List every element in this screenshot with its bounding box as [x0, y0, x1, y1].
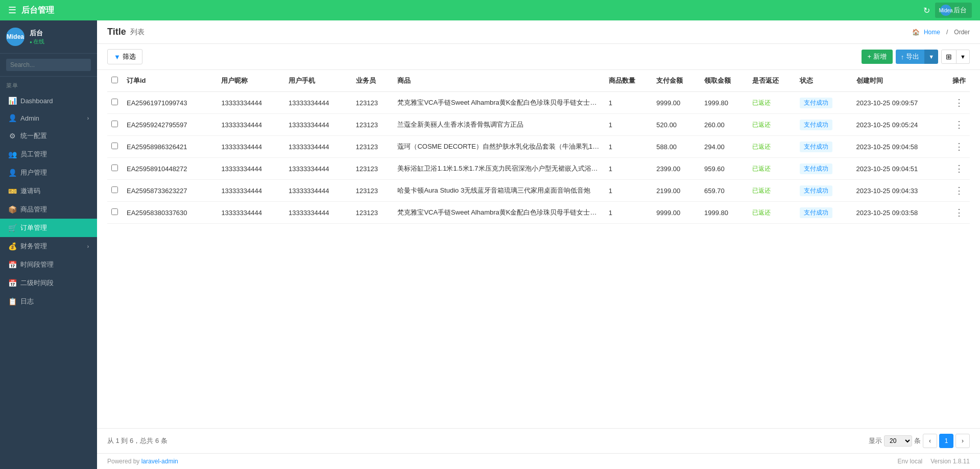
top-bar-left: ☰ 后台管理 — [8, 5, 54, 16]
cell-received: 294.00 — [700, 136, 748, 158]
sidebar-item-label: 时间段管理 — [20, 260, 54, 269]
header-payment: 支付金额 — [652, 70, 700, 92]
content-area: Title 列表 🏠 Home / Order ▼ 筛选 + 新增 — [97, 20, 980, 469]
cell-actions: ⋮ — [948, 180, 970, 202]
next-page-button[interactable]: › — [955, 434, 970, 448]
row-checkbox[interactable] — [111, 99, 118, 105]
user-label: 后台 — [953, 6, 967, 15]
sidebar-item-logs[interactable]: 📋 日志 — [0, 292, 97, 311]
table-row: EA25961971099743 13333334444 13333334444… — [107, 92, 970, 114]
sidebar-item-finance-mgmt[interactable]: 💰 财务管理 › — [0, 237, 97, 255]
cell-order-id: EA25958380337630 — [123, 202, 217, 224]
page-size-select[interactable]: 10 20 50 100 — [884, 435, 912, 447]
cell-created: 2023-10-25 09:05:24 — [852, 114, 948, 136]
row-checkbox[interactable] — [111, 121, 118, 127]
header-qty: 商品数量 — [605, 70, 653, 92]
sidebar-item-product-mgmt[interactable]: 📦 商品管理 — [0, 200, 97, 219]
cell-phone: 13333334444 — [284, 158, 352, 180]
cell-order-id: EA25958986326421 — [123, 136, 217, 158]
home-icon: 🏠 — [912, 29, 920, 36]
sidebar-item-admin[interactable]: 👤 Admin › — [0, 109, 97, 127]
cell-payment: 2199.00 — [652, 180, 700, 202]
sidebar-item-invite-code[interactable]: 🎫 邀请码 — [0, 182, 97, 200]
header-returned: 是否返还 — [748, 70, 796, 92]
sidebar-item-label: 邀请码 — [20, 186, 40, 196]
columns-button[interactable]: ⊞ — [941, 50, 957, 64]
action-menu-icon[interactable]: ⋮ — [954, 207, 964, 218]
sidebar-item-dashboard[interactable]: 📊 Dashboard — [0, 92, 97, 109]
row-checkbox[interactable] — [111, 208, 118, 215]
toolbar: ▼ 筛选 + 新增 ↑ 导出 ▼ ⊞ ▼ — [97, 44, 980, 70]
main-layout: Midea 后台 在线 菜单 📊 Dashboard 👤 Admin › ⚙ 统… — [0, 20, 980, 469]
sidebar-item-user-mgmt[interactable]: 👤 用户管理 — [0, 163, 97, 182]
export-button[interactable]: ↑ 导出 — [896, 50, 925, 64]
cell-created: 2023-10-25 09:04:58 — [852, 136, 948, 158]
cell-actions: ⋮ — [948, 136, 970, 158]
row-checkbox-cell — [107, 158, 123, 180]
cell-received: 659.70 — [700, 180, 748, 202]
row-checkbox[interactable] — [111, 186, 118, 193]
cell-payment: 588.00 — [652, 136, 700, 158]
cell-returned: 已返还 — [748, 180, 796, 202]
top-bar-right: ↻ Midea 后台 — [923, 3, 972, 18]
sidebar-item-second-time-period[interactable]: 📅 二级时间段 — [0, 274, 97, 292]
columns-button-group: ⊞ ▼ — [941, 50, 970, 64]
user-button[interactable]: Midea 后台 — [935, 3, 972, 18]
action-menu-icon[interactable]: ⋮ — [954, 120, 964, 130]
sidebar-item-order-mgmt[interactable]: 🛒 订单管理 — [0, 219, 97, 237]
page-subtitle: 列表 — [130, 28, 145, 37]
prev-page-button[interactable]: ‹ — [923, 434, 937, 448]
cell-qty: 1 — [605, 158, 653, 180]
cell-salesman: 123123 — [352, 136, 394, 158]
search-input[interactable] — [6, 59, 91, 71]
table-header-row: 订单id 用户昵称 用户手机 业务员 商品 商品数量 支付金额 领取金额 是否返… — [107, 70, 970, 92]
action-menu-icon[interactable]: ⋮ — [954, 163, 964, 174]
admin-icon: 👤 — [8, 114, 16, 122]
columns-dropdown-button[interactable]: ▼ — [957, 50, 970, 64]
action-menu-icon[interactable]: ⋮ — [954, 142, 964, 152]
sidebar-item-label: 二级时间段 — [20, 278, 54, 288]
refresh-icon[interactable]: ↻ — [923, 6, 930, 15]
cell-qty: 1 — [605, 114, 653, 136]
export-dropdown-button[interactable]: ▼ — [924, 50, 938, 64]
cell-salesman: 123123 — [352, 92, 394, 114]
page-1-button[interactable]: 1 — [939, 434, 953, 448]
header-salesman: 业务员 — [352, 70, 394, 92]
cell-status: 支付成功 — [796, 136, 852, 158]
employee-icon: 👥 — [8, 150, 16, 158]
cell-phone: 13333334444 — [284, 202, 352, 224]
sidebar-item-employee-mgmt[interactable]: 👥 员工管理 — [0, 145, 97, 163]
cell-created: 2023-10-25 09:04:33 — [852, 180, 948, 202]
cell-order-id: EA25958910448272 — [123, 158, 217, 180]
action-menu-icon[interactable]: ⋮ — [954, 98, 964, 108]
breadcrumb-separator: / — [946, 29, 948, 36]
cell-qty: 1 — [605, 136, 653, 158]
laravel-admin-link[interactable]: laravel-admin — [141, 458, 178, 465]
cell-product: 兰蔻全新美丽人生香水淡香骨氛调官方正品 — [393, 114, 604, 136]
cell-created: 2023-10-25 09:03:58 — [852, 202, 948, 224]
row-checkbox[interactable] — [111, 165, 118, 171]
logs-icon: 📋 — [8, 297, 16, 306]
chevron-right-icon: › — [87, 244, 89, 249]
breadcrumb-home[interactable]: Home — [924, 29, 940, 36]
hamburger-icon[interactable]: ☰ — [8, 5, 16, 16]
page-header: Title 列表 🏠 Home / Order — [97, 20, 980, 44]
config-icon: ⚙ — [8, 132, 16, 140]
toolbar-left: ▼ 筛选 — [107, 49, 142, 64]
sidebar-profile: Midea 后台 在线 — [0, 20, 97, 54]
cell-qty: 1 — [605, 92, 653, 114]
pagination-summary: 从 1 到 6，总共 6 条 — [107, 436, 168, 445]
table-row: EA25958380337630 13333334444 13333334444… — [107, 202, 970, 224]
header-received: 领取金额 — [700, 70, 748, 92]
select-all-checkbox[interactable] — [111, 77, 118, 83]
filter-button[interactable]: ▼ 筛选 — [107, 49, 142, 64]
action-menu-icon[interactable]: ⋮ — [954, 185, 964, 196]
row-checkbox[interactable] — [111, 143, 118, 149]
add-button[interactable]: + 新增 — [862, 50, 893, 64]
sidebar-item-unified-config[interactable]: ⚙ 统一配置 — [0, 127, 97, 145]
export-button-group: ↑ 导出 ▼ — [896, 50, 938, 64]
cell-order-id: EA25959242795597 — [123, 114, 217, 136]
dashboard-icon: 📊 — [8, 97, 16, 105]
sidebar-item-time-period-mgmt[interactable]: 📅 时间段管理 — [0, 255, 97, 274]
cell-phone: 13333334444 — [284, 180, 352, 202]
